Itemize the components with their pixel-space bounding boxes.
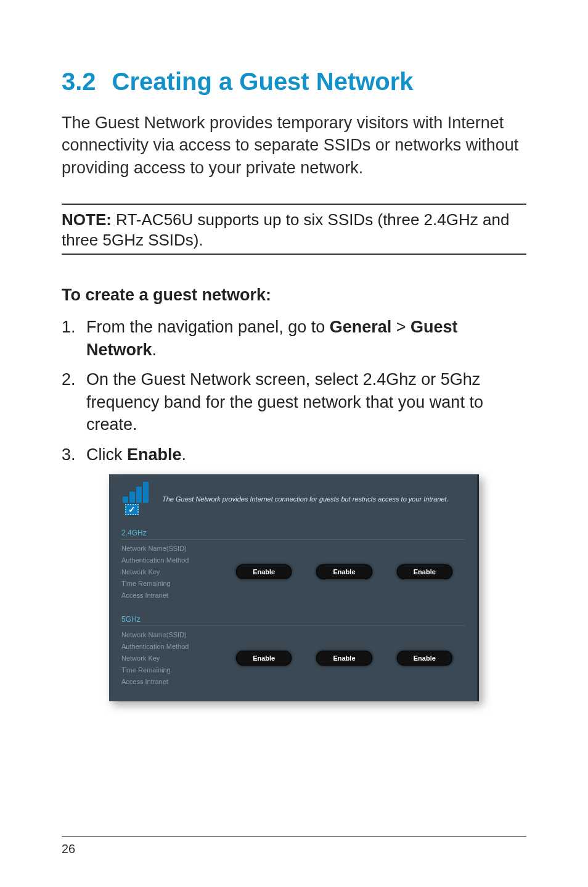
note-label: NOTE: xyxy=(62,210,112,229)
screenshot-description: The Guest Network provides Internet conn… xyxy=(162,495,449,503)
label-auth: Authentication Method xyxy=(121,556,214,564)
step-1: 1. From the navigation panel, go to Gene… xyxy=(62,316,526,361)
checkmark-icon: ✓ xyxy=(125,504,139,515)
step-text: From the navigation panel, go to General… xyxy=(86,316,526,361)
step-number: 1. xyxy=(62,316,86,361)
step-3: 3. Click Enable. xyxy=(62,444,526,466)
enable-button[interactable]: Enable xyxy=(397,564,452,579)
steps-list: 1. From the navigation panel, go to Gene… xyxy=(62,316,526,466)
router-ui-screenshot: ✓ The Guest Network provides Internet co… xyxy=(109,474,479,701)
section-heading: 3.2Creating a Guest Network xyxy=(62,68,526,96)
section-title-text: Creating a Guest Network xyxy=(112,68,414,95)
band-title: 2.4GHz xyxy=(121,529,465,540)
guest-network-icon: ✓ xyxy=(121,485,152,513)
enable-button[interactable]: Enable xyxy=(236,651,292,666)
label-time: Time Remaining xyxy=(121,666,214,674)
step-number: 2. xyxy=(62,368,86,435)
intro-paragraph: The Guest Network provides temporary vis… xyxy=(62,112,526,179)
screenshot-header: ✓ The Guest Network provides Internet co… xyxy=(121,485,465,513)
page-number: 26 xyxy=(62,836,526,856)
band-5ghz: 5GHz Network Name(SSID) Authentication M… xyxy=(121,615,465,685)
label-time: Time Remaining xyxy=(121,580,214,587)
enable-button[interactable]: Enable xyxy=(397,651,452,666)
field-labels: Network Name(SSID) Authentication Method… xyxy=(121,631,214,685)
band-title: 5GHz xyxy=(121,615,465,626)
label-auth: Authentication Method xyxy=(121,643,214,650)
step-number: 3. xyxy=(62,444,86,466)
label-key: Network Key xyxy=(121,654,214,662)
label-key: Network Key xyxy=(121,568,214,576)
screenshot-container: ✓ The Guest Network provides Internet co… xyxy=(62,474,526,701)
step-text: On the Guest Network screen, select 2.4G… xyxy=(86,368,526,435)
section-number: 3.2 xyxy=(62,68,96,96)
note-box: NOTE: RT-AC56U supports up to six SSIDs … xyxy=(62,204,526,255)
field-labels: Network Name(SSID) Authentication Method… xyxy=(121,545,214,599)
step-text: Click Enable. xyxy=(86,444,526,466)
steps-heading: To create a guest network: xyxy=(62,286,526,305)
manual-page: 3.2Creating a Guest Network The Guest Ne… xyxy=(0,0,588,887)
label-intranet: Access Intranet xyxy=(121,592,214,599)
note-text: RT-AC56U supports up to six SSIDs (three… xyxy=(62,210,509,249)
label-ssid: Network Name(SSID) xyxy=(121,631,214,638)
label-ssid: Network Name(SSID) xyxy=(121,545,214,552)
enable-button[interactable]: Enable xyxy=(316,651,372,666)
page-footer: 26 xyxy=(0,836,588,856)
label-intranet: Access Intranet xyxy=(121,678,214,685)
band-24ghz: 2.4GHz Network Name(SSID) Authentication… xyxy=(121,529,465,599)
step-2: 2. On the Guest Network screen, select 2… xyxy=(62,368,526,435)
enable-button[interactable]: Enable xyxy=(236,564,292,579)
enable-button[interactable]: Enable xyxy=(316,564,372,579)
